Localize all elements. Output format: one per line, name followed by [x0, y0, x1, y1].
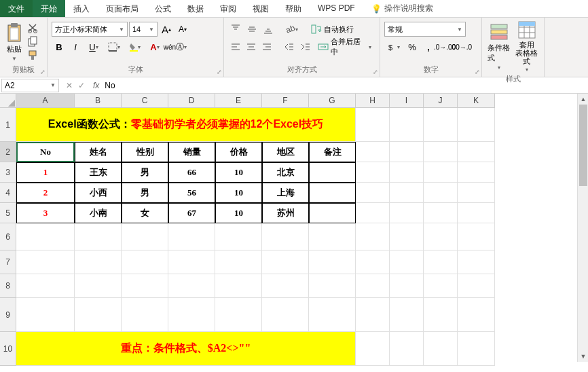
accept-formula-icon[interactable]: ✓	[78, 81, 85, 90]
format-painter-icon[interactable]	[27, 50, 38, 60]
row-header-7[interactable]: 7	[0, 250, 16, 274]
data-r1-A[interactable]: 1	[16, 162, 75, 183]
formula-input[interactable]: No	[102, 81, 588, 90]
header-E[interactable]: 价格	[215, 142, 262, 162]
data-r2-B[interactable]: 小西	[75, 183, 122, 203]
select-all-corner[interactable]	[0, 94, 16, 108]
col-header-D[interactable]: D	[168, 94, 215, 108]
data-r1-G[interactable]	[309, 162, 356, 183]
menu-review[interactable]: 审阅	[212, 0, 244, 17]
decrease-decimal-button[interactable]: .00→.0	[454, 39, 468, 54]
align-right-button[interactable]	[260, 39, 274, 54]
data-r1-B[interactable]: 王东	[75, 162, 122, 183]
data-r2-E[interactable]: 10	[215, 183, 262, 203]
orientation-button[interactable]: ab▾	[284, 22, 299, 37]
number-launcher-icon[interactable]: ⤢	[475, 69, 480, 75]
col-header-F[interactable]: F	[262, 94, 309, 108]
copy-icon[interactable]	[27, 36, 38, 47]
header-C[interactable]: 性别	[122, 142, 168, 162]
data-r3-A[interactable]: 3	[16, 203, 75, 223]
font-launcher-icon[interactable]: ⤢	[217, 69, 222, 75]
align-launcher-icon[interactable]: ⤢	[373, 69, 378, 75]
data-r3-E[interactable]: 10	[215, 203, 262, 223]
border-button[interactable]: ▾	[105, 39, 124, 54]
header-D[interactable]: 销量	[168, 142, 215, 162]
col-header-H[interactable]: H	[356, 94, 390, 108]
align-top-button[interactable]	[228, 22, 243, 37]
menu-insert[interactable]: 插入	[65, 0, 98, 17]
align-center-button[interactable]	[244, 39, 258, 54]
data-r1-D[interactable]: 66	[168, 162, 215, 183]
paste-button[interactable]: 粘贴 ▼	[4, 21, 24, 63]
font-color-button[interactable]: A▾	[145, 39, 164, 54]
cut-icon[interactable]	[27, 22, 38, 33]
increase-indent-button[interactable]	[298, 39, 312, 54]
menu-wps[interactable]: WPS PDF	[310, 0, 363, 17]
italic-button[interactable]: I	[68, 39, 83, 54]
header-F[interactable]: 地区	[262, 142, 309, 162]
data-r3-F[interactable]: 苏州	[262, 203, 309, 223]
decrease-indent-button[interactable]	[282, 39, 297, 54]
data-r1-F[interactable]: 北京	[262, 162, 309, 183]
data-r3-D[interactable]: 67	[168, 203, 215, 223]
data-r2-A[interactable]: 2	[16, 183, 75, 203]
row-header-9[interactable]: 9	[0, 298, 16, 332]
row-header-3[interactable]: 3	[0, 162, 16, 183]
data-r3-G[interactable]	[309, 203, 356, 223]
menu-data[interactable]: 数据	[179, 0, 212, 17]
cancel-formula-icon[interactable]: ✕	[66, 81, 73, 90]
data-r1-C[interactable]: 男	[122, 162, 168, 183]
scroll-down-icon[interactable]: ▼	[578, 351, 588, 362]
data-r2-F[interactable]: 上海	[262, 183, 309, 203]
header-G[interactable]: 备注	[309, 142, 356, 162]
menu-layout[interactable]: 页面布局	[98, 0, 147, 17]
menu-formula[interactable]: 公式	[147, 0, 179, 17]
row-header-1[interactable]: 1	[0, 108, 16, 142]
col-header-E[interactable]: E	[215, 94, 262, 108]
row-header-4[interactable]: 4	[0, 183, 16, 203]
col-header-B[interactable]: B	[75, 94, 122, 108]
data-r1-E[interactable]: 10	[215, 162, 262, 183]
col-header-I[interactable]: I	[390, 94, 424, 108]
font-size-select[interactable]: 14 ▼	[129, 22, 158, 37]
scroll-thumb[interactable]	[579, 105, 587, 186]
footer-cell[interactable]: 重点：条件格式、$A2<>""	[16, 332, 356, 366]
conditional-format-button[interactable]: 条件格式 ▾	[486, 21, 513, 72]
title-cell[interactable]: Excel函数公式：零基础初学者必须掌握的12个Excel技巧	[16, 108, 356, 142]
header-B[interactable]: 姓名	[75, 142, 122, 162]
data-r3-B[interactable]: 小南	[75, 203, 122, 223]
fill-color-button[interactable]: ▾	[125, 39, 144, 54]
menu-view[interactable]: 视图	[244, 0, 277, 17]
tell-me[interactable]: 💡 操作说明搜索	[363, 0, 441, 17]
merge-center-button[interactable]: 合并后居中 ▾	[314, 39, 375, 54]
bold-button[interactable]: B	[52, 39, 67, 54]
row-header-5[interactable]: 5	[0, 203, 16, 223]
scroll-up-icon[interactable]: ▲	[578, 94, 588, 105]
col-header-C[interactable]: C	[122, 94, 168, 108]
grow-font-button[interactable]: A▴	[159, 22, 174, 37]
header-A[interactable]: No	[16, 142, 75, 162]
align-middle-button[interactable]	[244, 22, 259, 37]
data-r2-G[interactable]	[309, 183, 356, 203]
menu-home[interactable]: 开始	[33, 0, 65, 17]
vertical-scrollbar[interactable]: ▲ ▼	[577, 94, 588, 362]
data-r2-C[interactable]: 男	[122, 183, 168, 203]
fx-icon[interactable]: fx	[90, 81, 102, 90]
col-header-K[interactable]: K	[458, 94, 495, 108]
shrink-font-button[interactable]: A▾	[175, 22, 190, 37]
phonetic-button[interactable]: wénⒶ▾	[166, 39, 185, 54]
menu-file[interactable]: 文件	[0, 0, 33, 17]
row-header-2[interactable]: 2	[0, 142, 16, 162]
table-format-button[interactable]: 套用 表格格式 ▾	[514, 19, 540, 74]
data-r3-C[interactable]: 女	[122, 203, 168, 223]
name-box[interactable]: A2 ▼	[1, 79, 59, 92]
col-header-J[interactable]: J	[424, 94, 458, 108]
col-header-A[interactable]: A	[16, 94, 75, 108]
number-format-select[interactable]: 常规 ▼	[384, 22, 466, 37]
row-header-8[interactable]: 8	[0, 274, 16, 298]
row-header-6[interactable]: 6	[0, 223, 16, 250]
row-header-10[interactable]: 10	[0, 332, 16, 366]
data-r2-D[interactable]: 56	[168, 183, 215, 203]
align-left-button[interactable]	[228, 39, 242, 54]
accounting-button[interactable]: $▾	[384, 39, 403, 54]
